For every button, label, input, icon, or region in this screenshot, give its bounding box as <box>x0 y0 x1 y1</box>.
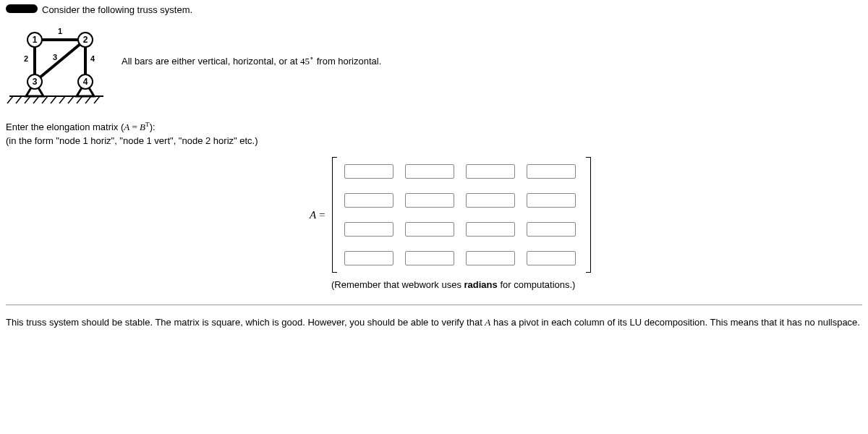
bottom-post: has a pivot in each column of its LU dec… <box>490 317 860 328</box>
matrix-cell-2-1[interactable] <box>344 193 393 208</box>
matrix-cell-4-4[interactable] <box>527 251 576 265</box>
matrix-cell-3-4[interactable] <box>527 222 576 237</box>
matrix-cell-4-2[interactable] <box>405 251 454 265</box>
angle-prefix: All bars are either vertical, horizontal… <box>122 56 300 67</box>
svg-line-2 <box>16 96 22 103</box>
bottom-pre: This truss system should be stable. The … <box>6 317 485 328</box>
prompt-line-1: Enter the elongation matrix (A = BT): <box>6 118 862 135</box>
reminder-line: (Remember that webwork uses radians for … <box>331 279 862 290</box>
matrix-cell-3-3[interactable] <box>466 222 515 237</box>
matrix-cell-2-4[interactable] <box>527 193 576 208</box>
svg-line-6 <box>51 96 56 103</box>
angle-description: All bars are either vertical, horizontal… <box>122 55 381 67</box>
matrix-cell-1-3[interactable] <box>466 164 515 179</box>
matrix-cell-1-2[interactable] <box>405 164 454 179</box>
node-label-4: 4 <box>83 77 88 87</box>
prompt-post: ): <box>150 122 156 132</box>
prompt-line-2: (in the form "node 1 horiz", "node 1 ver… <box>6 135 862 148</box>
matrix-cell-4-1[interactable] <box>344 251 393 265</box>
diagram-row: 1 2 3 4 1 2 3 4 All bars are either vert… <box>6 18 862 105</box>
bar-label-1: 1 <box>58 27 62 35</box>
reminder-bold: radians <box>464 279 498 290</box>
svg-line-14 <box>35 40 85 82</box>
matrix-cell-4-3[interactable] <box>466 251 515 265</box>
matrix-cell-1-1[interactable] <box>344 164 393 179</box>
reminder-post: for computations.) <box>498 279 576 290</box>
svg-line-7 <box>59 96 65 103</box>
matrix-cell-2-2[interactable] <box>405 193 454 208</box>
matrix-cell-2-3[interactable] <box>466 193 515 208</box>
bracket-left <box>332 157 337 273</box>
matrix-label-eq: = <box>316 209 325 221</box>
redacted-label <box>6 4 38 13</box>
node-label-2: 2 <box>83 35 88 45</box>
angle-value: 45 <box>300 56 310 67</box>
truss-diagram: 1 2 3 4 1 2 3 4 <box>6 18 107 105</box>
bar-label-3: 3 <box>53 53 57 61</box>
bottom-text: This truss system should be stable. The … <box>6 317 862 328</box>
matrix-grid <box>337 155 586 275</box>
prompt-B: B <box>140 122 145 132</box>
reminder-pre: (Remember that webwork uses <box>331 279 464 290</box>
bar-label-4: 4 <box>90 54 95 63</box>
header-row: Consider the following truss system. <box>6 4 862 15</box>
matrix-area: A = <box>310 155 862 275</box>
matrix-label: A = <box>310 208 325 221</box>
bracket-right <box>586 157 591 273</box>
matrix-cell-1-4[interactable] <box>527 164 576 179</box>
node-label-3: 3 <box>33 77 38 87</box>
angle-suffix: from horizontal. <box>314 56 381 67</box>
bar-label-2: 2 <box>24 54 28 63</box>
prompt-pre: Enter the elongation matrix ( <box>6 122 124 132</box>
intro-text: Consider the following truss system. <box>42 4 192 15</box>
node-label-1: 1 <box>33 35 38 45</box>
matrix-cell-3-1[interactable] <box>344 222 393 237</box>
svg-line-1 <box>7 96 13 103</box>
matrix-cell-3-2[interactable] <box>405 222 454 237</box>
prompt-eq: = <box>129 122 140 132</box>
matrix-label-A: A <box>310 209 316 221</box>
svg-line-8 <box>68 96 74 103</box>
prompt-block: Enter the elongation matrix (A = BT): (i… <box>6 118 862 148</box>
separator <box>6 305 862 305</box>
